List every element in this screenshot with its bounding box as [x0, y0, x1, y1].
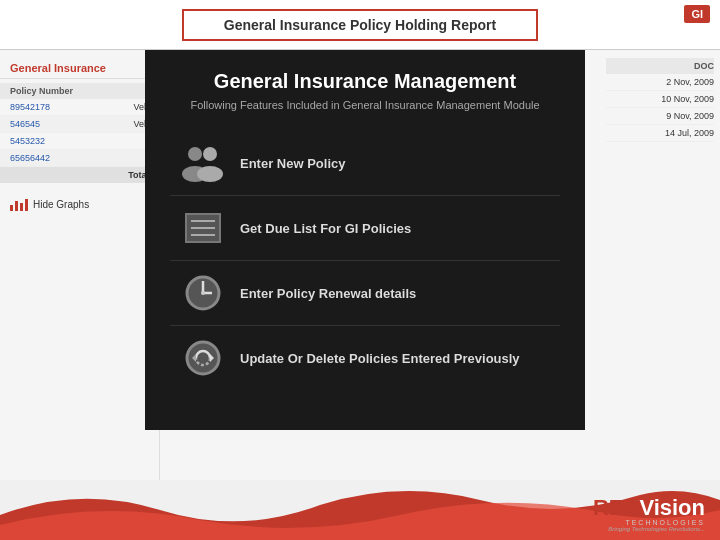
modal-overlay: General Insurance Management Following F…: [145, 50, 585, 430]
table-row[interactable]: 5453232: [0, 133, 159, 150]
left-panel: General Insurance Policy Number 89542178…: [0, 50, 160, 480]
bottom-section: REDVision TECHNOLOGIES Bringing Technolo…: [0, 480, 720, 540]
logo-white-text: Vision: [639, 497, 705, 519]
people-icon: [180, 143, 225, 183]
right-doc-column: DOC 2 Nov, 2009 10 Nov, 2009 9 Nov, 2009…: [600, 50, 720, 150]
report-title: General Insurance Policy Holding Report: [182, 9, 538, 41]
gi-badge: GI: [684, 5, 710, 23]
logo-area: REDVision TECHNOLOGIES Bringing Technolo…: [593, 497, 705, 532]
doc-header: DOC: [606, 58, 714, 74]
doc-row: 9 Nov, 2009: [606, 108, 714, 125]
svg-point-2: [203, 147, 217, 161]
svg-point-0: [188, 147, 202, 161]
clock-icon: [180, 273, 225, 313]
feature-renewal[interactable]: Enter Policy Renewal details: [170, 261, 560, 326]
modal-subtitle: Following Features Included in General I…: [170, 99, 560, 111]
table-header: Policy Number: [0, 83, 159, 99]
refresh-icon: [180, 338, 225, 378]
feature-new-policy[interactable]: Enter New Policy: [170, 131, 560, 196]
total-row: Total: [0, 167, 159, 183]
logo-red-text: RED: [593, 497, 639, 519]
policy-number: 5453232: [10, 136, 45, 146]
doc-row: 2 Nov, 2009: [606, 74, 714, 91]
svg-point-11: [201, 291, 205, 295]
section-header: General Insurance: [0, 58, 159, 79]
feature-update-delete[interactable]: Update Or Delete Policies Entered Previo…: [170, 326, 560, 390]
feature-label: Enter New Policy: [240, 156, 345, 171]
logo-tech-text: TECHNOLOGIES: [625, 519, 705, 526]
svg-point-12: [187, 342, 219, 374]
doc-row: 10 Nov, 2009: [606, 91, 714, 108]
bar-chart-icon: [10, 197, 28, 211]
feature-label: Get Due List For GI Policies: [240, 221, 411, 236]
table-row[interactable]: 65656442: [0, 150, 159, 167]
top-bar: General Insurance Policy Holding Report …: [0, 0, 720, 50]
modal-title: General Insurance Management: [170, 70, 560, 93]
feature-label: Update Or Delete Policies Entered Previo…: [240, 351, 520, 366]
logo-tagline: Bringing Technologies Revolutions...: [608, 526, 705, 532]
policy-number: 546545: [10, 119, 40, 129]
list-icon: [180, 208, 225, 248]
policy-number: 65656442: [10, 153, 50, 163]
policy-number: 89542178: [10, 102, 50, 112]
col-policy-header: Policy Number: [10, 86, 73, 96]
hide-graphs-button[interactable]: Hide Graphs: [0, 191, 159, 217]
table-row[interactable]: 89542178 Veh: [0, 99, 159, 116]
svg-point-3: [197, 166, 223, 182]
feature-label: Enter Policy Renewal details: [240, 286, 416, 301]
doc-row: 14 Jul, 2009: [606, 125, 714, 142]
feature-due-list[interactable]: Get Due List For GI Policies: [170, 196, 560, 261]
table-row[interactable]: 546545 Veh: [0, 116, 159, 133]
hide-graphs-label: Hide Graphs: [33, 199, 89, 210]
